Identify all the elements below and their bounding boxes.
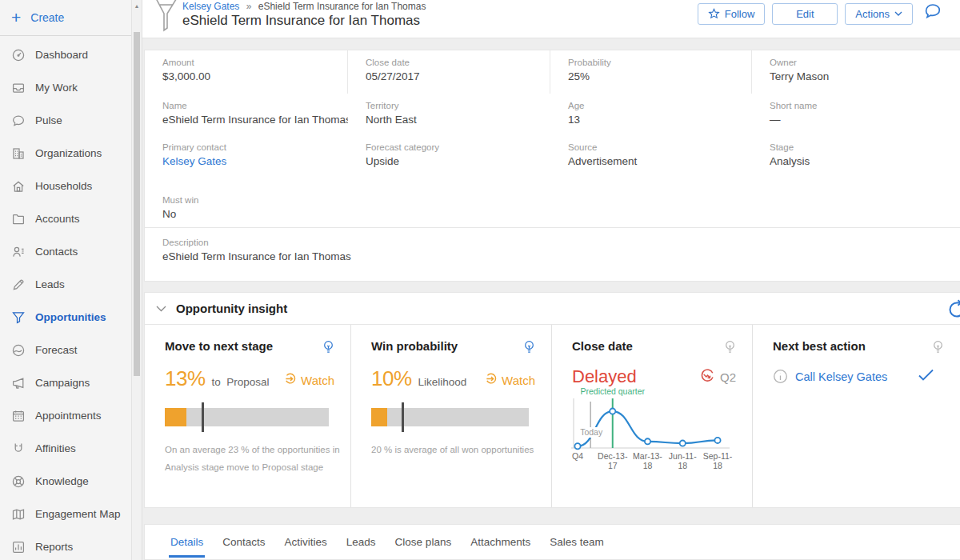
appointments-icon [11, 409, 26, 423]
predicted-quarter-value: Q2 [720, 370, 736, 384]
opportunity-insight-panel: Opportunity insight Move to next stage [144, 292, 960, 508]
field-primary-contact: Primary contactKelsey Gates [145, 135, 348, 188]
tab-attachments[interactable]: Attachments [461, 525, 540, 559]
tab-leads[interactable]: Leads [337, 525, 386, 559]
chat-bubble-icon[interactable] [922, 2, 942, 25]
detail-row: Amount$3,000.00Close date05/27/2017Proba… [145, 50, 960, 94]
field-label: Short name [770, 101, 952, 110]
breadcrumb-current: eShield Term Insurance for Ian Thomas [258, 1, 426, 12]
svg-text:18: 18 [678, 461, 687, 470]
field-value: Analysis [770, 155, 952, 167]
sidebar-item-opportunities[interactable]: Opportunities [0, 301, 131, 334]
breadcrumb-link[interactable]: Kelsey Gates [182, 1, 239, 12]
check-icon[interactable] [918, 368, 934, 385]
field-territory: TerritoryNorth East [348, 94, 550, 135]
tab-activities[interactable]: Activities [275, 525, 337, 559]
sidebar-scrollbar[interactable]: ▲ [131, 0, 142, 560]
field-label: Probability [568, 58, 743, 67]
sidebar-item-label: Leads [35, 278, 65, 290]
field-value: 13 [568, 114, 744, 126]
tab-contacts[interactable]: Contacts [213, 525, 274, 559]
sidebar-item-my-work[interactable]: My Work [0, 71, 131, 104]
watch-link[interactable]: Watch [484, 372, 535, 388]
win-probability-percent: 10% [371, 366, 412, 391]
field-stage: StageAnalysis [752, 135, 960, 188]
follow-button[interactable]: Follow [698, 3, 766, 25]
sidebar-item-engagement-map[interactable]: Engagement Map [0, 498, 131, 530]
create-button[interactable]: + Create [0, 0, 142, 36]
field-forecast-category: Forecast categoryUpside [348, 135, 550, 188]
sidebar-item-contacts[interactable]: Contacts [0, 235, 131, 268]
next-best-action-link[interactable]: Call Kelsey Gates [795, 370, 887, 383]
field-value-link[interactable]: Kelsey Gates [162, 155, 340, 167]
opportunity-funnel-icon [154, 0, 179, 36]
field-value: eShield Term Insurance for Ian Thomas [162, 114, 340, 126]
detail-fields: Amount$3,000.00Close date05/27/2017Proba… [145, 50, 960, 188]
chevron-down-icon [894, 11, 902, 16]
page-title: eShield Term Insurance for Ian Thomas [182, 13, 420, 29]
sidebar-item-pulse[interactable]: Pulse [0, 104, 131, 137]
average-marker [402, 402, 404, 432]
field-value: eShield Term Insurance for Ian Thomas [162, 250, 952, 262]
insight-title: Opportunity insight [176, 302, 287, 315]
collapse-chevron-icon[interactable] [156, 306, 166, 312]
sidebar-item-label: Forecast [35, 344, 78, 356]
refresh-icon[interactable] [946, 299, 960, 323]
sidebar-item-dashboard[interactable]: Dashboard [0, 38, 131, 71]
info-icon[interactable] [773, 369, 788, 384]
sidebar-item-appointments[interactable]: Appointments [0, 399, 131, 432]
breadcrumb-separator: » [246, 1, 252, 12]
sidebar-item-campaigns[interactable]: Campaigns [0, 366, 131, 399]
stage-move-percent: 13% [165, 366, 206, 391]
close-date-status: Delayed [572, 366, 637, 387]
field-value: Terry Mason [770, 70, 952, 82]
sidebar-nav: DashboardMy WorkPulseOrganizationsHouseh… [0, 38, 131, 560]
sidebar-item-organizations[interactable]: Organizations [0, 137, 131, 170]
card-title: Win probability [371, 339, 458, 353]
field-name: NameeShield Term Insurance for Ian Thoma… [145, 94, 348, 135]
field-label: Name [162, 101, 340, 110]
sidebar-item-label: Organizations [35, 147, 102, 159]
actions-button[interactable]: Actions [845, 3, 913, 25]
field-label: Owner [770, 58, 952, 67]
sidebar-item-label: Accounts [35, 213, 80, 225]
detail-row: NameeShield Term Insurance for Ian Thoma… [145, 94, 960, 135]
opportunities-icon [11, 310, 26, 325]
sidebar-item-knowledge[interactable]: Knowledge [0, 465, 131, 498]
bulb-icon[interactable] [523, 340, 535, 358]
sidebar-item-label: Affinities [35, 442, 76, 454]
tab-details[interactable]: Details [161, 525, 213, 559]
bulb-icon[interactable] [322, 340, 334, 358]
sidebar-item-label: Reports [35, 541, 73, 553]
create-label: Create [30, 11, 64, 24]
field-label: Stage [770, 142, 952, 152]
record-tabs-bar: DetailsContactsActivitiesLeadsClose plan… [144, 524, 960, 560]
sidebar-item-label: Pulse [35, 114, 62, 126]
field-source: SourceAdvertisement [550, 135, 752, 188]
field-value: 05/27/2017 [366, 70, 542, 82]
campaigns-icon [11, 376, 26, 390]
field-label: Close date [366, 58, 542, 67]
sidebar-item-reports[interactable]: Reports [0, 530, 131, 560]
bulb-icon[interactable] [932, 340, 944, 358]
tab-close-plans[interactable]: Close plans [386, 525, 462, 559]
bulb-icon[interactable] [724, 340, 736, 358]
field-value: No [162, 208, 340, 220]
sidebar-item-households[interactable]: Households [0, 170, 131, 202]
header-actions: Follow Edit Actions [698, 2, 942, 25]
scrollbar-up-arrow-icon[interactable]: ▲ [132, 0, 142, 11]
scrollbar-thumb[interactable] [134, 32, 140, 376]
sidebar-item-forecast[interactable]: Forecast [0, 334, 131, 366]
sidebar-item-accounts[interactable]: Accounts [0, 202, 131, 235]
knowledge-icon [11, 474, 26, 489]
sidebar-item-leads[interactable]: Leads [0, 268, 131, 301]
tab-sales-team[interactable]: Sales team [540, 525, 614, 559]
field-label: Primary contact [162, 142, 340, 152]
sidebar-item-label: Dashboard [35, 49, 88, 61]
svg-text:Predicted quarter: Predicted quarter [580, 387, 645, 396]
watch-link[interactable]: Watch [283, 372, 334, 388]
sidebar-item-label: Knowledge [35, 475, 89, 487]
affinities-icon [11, 442, 26, 456]
sidebar-item-affinities[interactable]: Affinities [0, 432, 131, 465]
edit-button[interactable]: Edit [772, 3, 838, 25]
